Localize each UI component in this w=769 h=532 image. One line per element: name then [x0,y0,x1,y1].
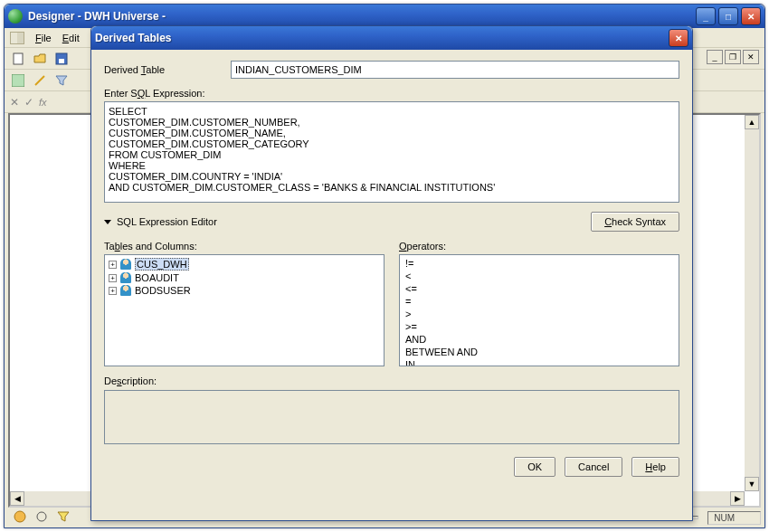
dialog-titlebar: Derived Tables ✕ [91,26,692,50]
op-eq[interactable]: = [402,295,677,308]
chevron-down-icon [104,220,111,224]
circle-icon[interactable] [33,508,50,525]
save-icon[interactable] [53,51,70,67]
scroll-down-icon[interactable]: ▼ [745,477,759,491]
description-box[interactable] [104,390,679,444]
parent-window-title: Designer - DWH Universe - [28,10,696,23]
svg-point-4 [14,511,25,522]
op-gte[interactable]: >= [402,320,677,333]
check-syntax-button[interactable]: Check Syntax [591,212,679,232]
app-icon [8,9,23,24]
new-icon[interactable] [10,51,26,67]
operators-listbox[interactable]: != < <= = > >= AND BETWEEN AND IN [399,254,679,366]
fx-icon[interactable]: fx [39,97,47,108]
check-icon[interactable]: ✓ [24,96,33,109]
open-icon[interactable] [32,51,48,67]
ok-button[interactable]: OK [514,457,555,477]
tree-item-bodsuser[interactable]: + BODSUSER [107,284,382,297]
op-neq[interactable]: != [402,257,677,270]
cancel-icon[interactable]: ✕ [10,96,19,109]
expand-icon[interactable]: + [109,274,117,282]
expand-icon[interactable]: + [109,261,117,269]
derived-tables-dialog: Derived Tables ✕ Derived Table Enter SQL… [90,25,693,521]
scroll-right-icon[interactable]: ▶ [730,491,745,506]
op-in[interactable]: IN [402,358,677,366]
description-label: Description: [104,375,679,386]
tables-label: Tables and Columns: [104,241,384,252]
help-button[interactable]: Help [631,457,679,477]
dialog-close-button[interactable]: ✕ [669,29,688,47]
svg-rect-3 [12,74,24,87]
mdi-restore-button[interactable]: ❐ [725,50,741,64]
tree-item-boaudit[interactable]: + BOAUDIT [107,271,382,284]
operators-label: Operators: [399,241,679,252]
bottom-toolbar [6,508,71,526]
scroll-left-icon[interactable]: ◀ [10,491,24,506]
user-icon [120,259,131,270]
op-lt[interactable]: < [402,270,677,282]
op-lte[interactable]: <= [402,282,677,295]
svg-point-5 [37,512,46,521]
filter2-icon[interactable] [55,508,71,525]
user-icon [120,272,131,283]
palette-icon[interactable] [12,508,28,525]
scroll-up-icon[interactable]: ▲ [745,115,759,129]
sql-editor-expander[interactable]: SQL Expression Editor [104,216,591,227]
op-gt[interactable]: > [402,308,677,320]
close-button[interactable]: ✕ [741,7,761,25]
op-between[interactable]: BETWEEN AND [402,346,677,358]
expand-icon[interactable]: + [109,287,117,295]
document-icon [10,32,24,44]
maximize-button[interactable]: □ [718,7,738,25]
image-icon[interactable] [10,72,26,89]
sql-textarea[interactable] [104,101,679,203]
user-icon [120,285,131,296]
enter-sql-label: Enter SQL Expression: [104,88,231,99]
mdi-minimize-button[interactable]: _ [707,50,723,64]
derived-table-input[interactable] [231,61,679,79]
svg-rect-0 [14,53,23,64]
dialog-title: Derived Tables [95,32,669,44]
status-num: NUM [707,511,761,525]
tables-listbox[interactable]: + CUS_DWH + BOAUDIT + BODSUSER [104,254,384,366]
vertical-scrollbar[interactable]: ▲ ▼ [745,115,759,491]
menu-edit[interactable]: Edit [62,33,80,43]
minimize-button[interactable]: _ [696,7,716,25]
menu-file[interactable]: File [35,33,52,43]
sql-editor-label: SQL Expression Editor [117,216,217,227]
mdi-controls: _ ❐ ✕ [707,50,759,64]
filter-icon[interactable] [53,72,70,89]
derived-table-label: Derived Table [104,64,231,75]
cancel-button[interactable]: Cancel [565,457,622,477]
wizard-icon[interactable] [32,72,48,89]
op-and[interactable]: AND [402,333,677,346]
tree-item-cus-dwh[interactable]: + CUS_DWH [107,257,382,271]
mdi-close-button[interactable]: ✕ [743,50,759,64]
svg-rect-2 [59,59,64,63]
